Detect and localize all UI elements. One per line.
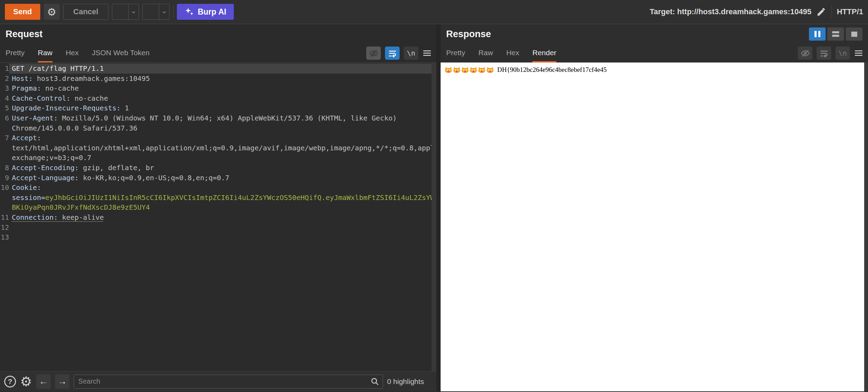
request-line-10: 10Cookie: session=eyJhbGciOiJIUzI1NiIsIn… bbox=[0, 183, 436, 212]
response-scrollbar[interactable] bbox=[864, 62, 868, 391]
request-panel-title: Request bbox=[6, 29, 43, 40]
response-editor-icons: \n bbox=[798, 44, 868, 62]
edit-target-pencil-icon[interactable] bbox=[816, 7, 827, 17]
newline-toggle-icon[interactable]: \n bbox=[835, 47, 850, 60]
request-line-text[interactable]: Accept-Language: ko-KR,ko;q=0.9,en-US;q=… bbox=[9, 173, 432, 183]
request-line-8: 8Accept-Encoding: gzip, deflate, br bbox=[0, 163, 436, 173]
highlights-count: 0 highlights bbox=[387, 377, 424, 386]
cat-emoji bbox=[486, 66, 494, 74]
line-number: 6 bbox=[0, 113, 9, 133]
request-line-text[interactable]: GET /cat/flag HTTP/1.1 bbox=[9, 64, 432, 74]
help-icon[interactable]: ? bbox=[4, 376, 16, 387]
next-match-arrow-icon[interactable]: → bbox=[55, 374, 69, 389]
line-number: 13 bbox=[0, 232, 9, 242]
line-number: 8 bbox=[0, 163, 9, 173]
line-number: 10 bbox=[0, 183, 9, 212]
line-number: 1 bbox=[0, 64, 9, 74]
line-number: 2 bbox=[0, 74, 9, 84]
newline-toggle-icon[interactable]: \n bbox=[404, 47, 418, 60]
tab-response-raw[interactable]: Raw bbox=[478, 44, 493, 62]
burp-ai-button[interactable]: Burp AI bbox=[177, 4, 234, 20]
request-line-text[interactable]: Pragma: no-cache bbox=[9, 83, 432, 93]
repeater-toolbar: Send ⚙ Cancel ‹ ⌄ › ⌄ Burp AI Target: ht… bbox=[0, 0, 868, 24]
tab-request-raw[interactable]: Raw bbox=[38, 44, 52, 62]
show-nonprintable-eye-off-icon[interactable] bbox=[366, 47, 381, 60]
response-panel: Response PrettyRawHexRender bbox=[441, 24, 868, 391]
request-tabbar: PrettyRawHexJSON Web Token \n bbox=[0, 44, 436, 62]
request-editor[interactable]: 1GET /cat/flag HTTP/1.12Host: host3.drea… bbox=[0, 62, 436, 371]
target-label: Target: bbox=[650, 7, 675, 16]
request-line-text[interactable]: Cookie: session=eyJhbGciOiJIUzI1NiIsInR5… bbox=[9, 183, 436, 212]
word-wrap-icon[interactable] bbox=[817, 47, 831, 60]
request-line-12: 12 bbox=[0, 223, 436, 233]
tab-request-pretty[interactable]: Pretty bbox=[6, 44, 25, 62]
layout-toggle-group bbox=[809, 27, 862, 41]
tab-request-hex[interactable]: Hex bbox=[66, 44, 79, 62]
request-line-text[interactable]: Cache-Control: no-cache bbox=[9, 93, 432, 103]
send-button[interactable]: Send bbox=[5, 4, 40, 20]
tab-response-pretty[interactable]: Pretty bbox=[446, 44, 465, 62]
request-search-bar: ? ⚙ ← → 0 highlights bbox=[0, 371, 436, 391]
request-line-text[interactable]: User-Agent: Mozilla/5.0 (Windows NT 10.0… bbox=[9, 113, 432, 133]
search-input[interactable] bbox=[74, 375, 383, 389]
request-line-text[interactable]: Accept-Encoding: gzip, deflate, br bbox=[9, 163, 432, 173]
request-line-11: 11Connection: keep-alive bbox=[0, 212, 436, 223]
request-line-9: 9Accept-Language: ko-KR,ko;q=0.9,en-US;q… bbox=[0, 173, 436, 183]
cat-emoji bbox=[478, 66, 485, 74]
request-line-text[interactable] bbox=[9, 232, 432, 242]
response-render-pane[interactable]: DH{90b12bc264e96c4bec8ebef17cf4e45 bbox=[441, 62, 868, 391]
rendered-flag-line: DH{90b12bc264e96c4bec8ebef17cf4e45 bbox=[441, 62, 868, 74]
previous-match-arrow-icon[interactable]: ← bbox=[36, 374, 51, 389]
editor-menu-hamburger-icon[interactable] bbox=[854, 49, 863, 58]
line-number: 9 bbox=[0, 173, 9, 183]
show-nonprintable-eye-off-icon[interactable] bbox=[798, 47, 812, 60]
search-magnifier-icon[interactable] bbox=[370, 377, 379, 387]
tab-request-json-web-token[interactable]: JSON Web Token bbox=[92, 44, 149, 62]
sparkles-icon bbox=[185, 7, 194, 17]
cat-emoji-row bbox=[445, 66, 495, 74]
layout-rows-icon[interactable] bbox=[827, 27, 844, 41]
http-version-selector[interactable]: HTTP/1 bbox=[837, 7, 863, 16]
tab-response-render[interactable]: Render bbox=[532, 44, 556, 62]
repeater-split-view: Request PrettyRawHexJSON Web Token bbox=[0, 24, 868, 391]
request-line-4: 4Cache-Control: no-cache bbox=[0, 93, 436, 103]
request-line-3: 3Pragma: no-cache bbox=[0, 83, 436, 93]
forward-dropdown-chevron-icon[interactable]: ⌄ bbox=[159, 4, 169, 19]
request-line-text[interactable]: Connection: keep-alive bbox=[9, 212, 432, 223]
search-settings-gear-icon[interactable]: ⚙ bbox=[20, 375, 32, 388]
target-text: Target: http://host3.dreamhack.games:104… bbox=[650, 7, 811, 16]
target-cluster: Target: http://host3.dreamhack.games:104… bbox=[650, 6, 863, 18]
request-panel: Request PrettyRawHexJSON Web Token bbox=[0, 24, 436, 391]
request-line-text[interactable]: Upgrade-Insecure-Requests: 1 bbox=[9, 103, 432, 113]
response-tabbar: PrettyRawHexRender \n bbox=[441, 44, 868, 62]
flag-text: DH{90b12bc264e96c4bec8ebef17cf4e45 bbox=[497, 66, 607, 74]
request-line-text[interactable] bbox=[9, 223, 432, 233]
history-forward-splitbutton: › ⌄ bbox=[142, 4, 170, 20]
layout-single-square-icon[interactable] bbox=[846, 27, 862, 41]
layout-columns-pause-icon[interactable] bbox=[809, 27, 826, 41]
editor-menu-hamburger-icon[interactable] bbox=[423, 49, 432, 58]
request-line-6: 6User-Agent: Mozilla/5.0 (Windows NT 10.… bbox=[0, 113, 436, 133]
back-dropdown-chevron-icon[interactable]: ⌄ bbox=[128, 4, 139, 19]
line-number: 7 bbox=[0, 133, 9, 163]
request-line-1: 1GET /cat/flag HTTP/1.1 bbox=[0, 64, 436, 74]
cancel-button[interactable]: Cancel bbox=[63, 4, 108, 20]
send-settings-gear-icon[interactable]: ⚙ bbox=[44, 4, 60, 20]
line-number: 12 bbox=[0, 223, 9, 233]
cat-emoji bbox=[445, 66, 452, 74]
request-line-text[interactable]: Accept: text/html,application/xhtml+xml,… bbox=[9, 133, 436, 163]
line-number: 5 bbox=[0, 103, 9, 113]
request-line-text[interactable]: Host: host3.dreamhack.games:10495 bbox=[9, 74, 432, 84]
request-editor-scrollbar[interactable] bbox=[432, 63, 436, 371]
request-editor-icons: \n bbox=[366, 44, 436, 62]
target-url: http://host3.dreamhack.games:10495 bbox=[677, 7, 811, 16]
line-number: 4 bbox=[0, 93, 9, 103]
burp-ai-label: Burp AI bbox=[198, 7, 226, 17]
word-wrap-icon[interactable] bbox=[385, 47, 400, 60]
tab-response-hex[interactable]: Hex bbox=[506, 44, 519, 62]
panel-divider[interactable] bbox=[436, 24, 441, 391]
line-number: 3 bbox=[0, 83, 9, 93]
request-line-5: 5Upgrade-Insecure-Requests: 1 bbox=[0, 103, 436, 113]
request-line-7: 7Accept: text/html,application/xhtml+xml… bbox=[0, 133, 436, 163]
line-number: 11 bbox=[0, 212, 9, 223]
